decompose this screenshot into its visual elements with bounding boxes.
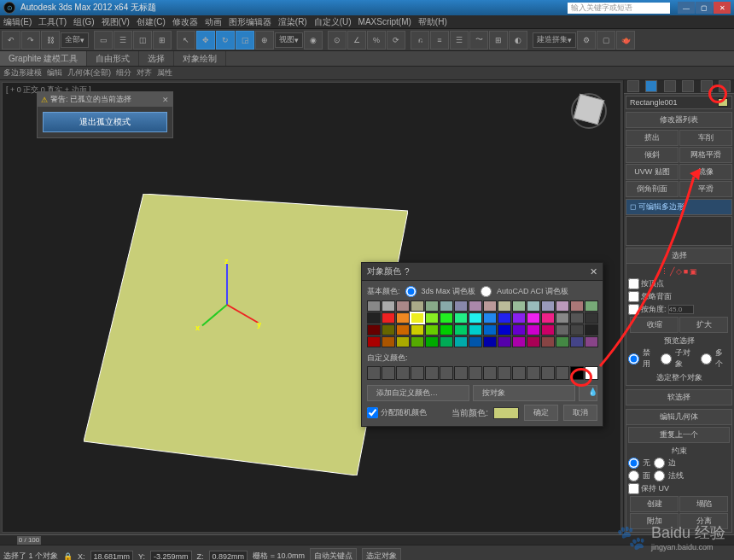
- color-swatch[interactable]: [469, 324, 482, 335]
- color-swatch[interactable]: [411, 300, 424, 312]
- isolation-close-icon[interactable]: ✕: [162, 96, 169, 104]
- ref-coord-button[interactable]: ⊕: [255, 31, 274, 50]
- color-swatch[interactable]: [512, 324, 526, 335]
- color-swatch[interactable]: [498, 300, 511, 312]
- mod-lathe[interactable]: 车削: [679, 130, 732, 146]
- mod-meshsmooth[interactable]: 网格平滑: [679, 147, 732, 163]
- color-swatch[interactable]: [382, 324, 395, 335]
- color-swatch[interactable]: [425, 312, 439, 324]
- color-swatch[interactable]: [527, 336, 540, 347]
- custom-color-swatch[interactable]: [469, 366, 482, 380]
- app-logo-icon[interactable]: ⊙: [3, 2, 15, 14]
- panel-geometry[interactable]: 几何体(全部): [67, 67, 111, 79]
- color-swatch[interactable]: [425, 300, 439, 312]
- color-swatch[interactable]: [382, 312, 395, 324]
- menu-modifiers[interactable]: 修改器: [172, 16, 198, 28]
- eyedropper-button[interactable]: 💧: [579, 385, 597, 401]
- schematic-button[interactable]: ⊞: [489, 31, 508, 50]
- menu-animation[interactable]: 动画: [205, 16, 222, 28]
- color-swatch[interactable]: [527, 300, 540, 312]
- add-custom-color-button[interactable]: 添加自定义颜色…: [367, 385, 469, 401]
- color-swatch[interactable]: [527, 312, 540, 324]
- view-cube[interactable]: [568, 91, 610, 134]
- curve-editor-button[interactable]: 〜: [469, 31, 488, 50]
- selection-filter-dropdown[interactable]: 全部 ▾: [61, 32, 89, 48]
- undo-button[interactable]: ↶: [2, 31, 20, 50]
- menu-group[interactable]: 组(G): [73, 16, 94, 28]
- detach-button[interactable]: 分离: [679, 513, 728, 529]
- color-swatch[interactable]: [498, 336, 511, 347]
- ignore-backfacing-checkbox[interactable]: [628, 291, 639, 302]
- move-button[interactable]: ✥: [196, 31, 215, 50]
- by-object-button[interactable]: 按对象: [473, 385, 575, 401]
- color-swatch[interactable]: [498, 324, 511, 335]
- menu-create[interactable]: 创建(C): [137, 16, 166, 28]
- modify-tab-icon[interactable]: [645, 80, 657, 92]
- color-swatch[interactable]: [454, 300, 468, 312]
- color-swatch[interactable]: [498, 312, 511, 324]
- create-button[interactable]: 创建: [630, 496, 679, 512]
- color-swatch[interactable]: [454, 336, 468, 347]
- angle-snap-button[interactable]: ∠: [347, 31, 366, 50]
- mod-bevel[interactable]: 倾斜: [626, 147, 679, 163]
- soft-selection-header[interactable]: 软选择: [626, 389, 732, 405]
- color-swatch[interactable]: [411, 312, 424, 324]
- coord-system-dropdown[interactable]: 视图 ▾: [275, 32, 303, 48]
- autokey-button[interactable]: 自动关键点: [310, 548, 357, 560]
- menu-tools[interactable]: 工具(T): [38, 16, 67, 28]
- color-swatch[interactable]: [382, 300, 395, 312]
- mod-bevel-profile[interactable]: 倒角剖面: [626, 181, 679, 197]
- by-vertex-checkbox[interactable]: [628, 278, 639, 289]
- color-swatch[interactable]: [512, 336, 526, 347]
- constraint-face-radio[interactable]: [628, 470, 639, 481]
- y-coord-field[interactable]: -3.259mm: [150, 551, 192, 561]
- panel-subdiv[interactable]: 细分: [116, 67, 131, 79]
- panel-edit[interactable]: 编辑: [47, 67, 62, 79]
- dialog-close-icon[interactable]: ✕: [590, 266, 597, 277]
- x-coord-field[interactable]: 18.681mm: [90, 551, 134, 561]
- color-swatch[interactable]: [396, 312, 410, 324]
- color-swatch[interactable]: [570, 312, 584, 324]
- color-swatch[interactable]: [367, 324, 381, 335]
- tab-paint[interactable]: 对象绘制: [174, 51, 226, 66]
- constraint-none-radio[interactable]: [628, 458, 639, 469]
- random-color-checkbox[interactable]: [367, 407, 378, 418]
- color-swatch[interactable]: [396, 336, 410, 347]
- motion-tab-icon[interactable]: [682, 80, 694, 92]
- custom-color-swatch[interactable]: [498, 366, 511, 380]
- named-selection-dropdown[interactable]: 建造拼集 ▾: [533, 32, 576, 48]
- color-swatch[interactable]: [512, 300, 526, 312]
- custom-color-swatch[interactable]: [512, 366, 526, 380]
- repeat-last-button[interactable]: 重复上一个: [628, 427, 730, 443]
- color-swatch[interactable]: [556, 312, 569, 324]
- utilities-tab-icon[interactable]: [719, 80, 731, 92]
- pivot-button[interactable]: ◉: [304, 31, 323, 50]
- selection-rollout-header[interactable]: 选择: [626, 248, 732, 264]
- color-swatch[interactable]: [483, 312, 497, 324]
- current-color-swatch[interactable]: [493, 407, 519, 419]
- exit-isolation-button[interactable]: 退出孤立模式: [43, 112, 167, 132]
- color-swatch[interactable]: [440, 300, 453, 312]
- modifier-stack-body[interactable]: [626, 216, 732, 246]
- color-swatch[interactable]: [541, 300, 555, 312]
- color-swatch[interactable]: [425, 324, 439, 335]
- custom-color-swatch[interactable]: [483, 366, 497, 380]
- tab-freeform[interactable]: 自由形式: [87, 51, 139, 66]
- custom-color-swatch[interactable]: [440, 366, 453, 380]
- percent-snap-button[interactable]: %: [367, 31, 386, 50]
- render-setup-button[interactable]: ⚙: [577, 31, 596, 50]
- window-crossing-button[interactable]: ⊞: [153, 31, 172, 50]
- snap-button[interactable]: ⊙: [328, 31, 347, 50]
- selkey-button[interactable]: 选定对象: [362, 548, 401, 560]
- redo-button[interactable]: ↷: [21, 31, 40, 50]
- color-swatch[interactable]: [512, 312, 526, 324]
- close-button[interactable]: ✕: [714, 2, 731, 14]
- menu-maxscript[interactable]: MAXScript(M): [358, 17, 411, 26]
- cancel-button[interactable]: 取消: [563, 405, 597, 421]
- render-frame-button[interactable]: ▢: [597, 31, 615, 50]
- color-swatch[interactable]: [585, 300, 598, 312]
- color-swatch[interactable]: [382, 336, 395, 347]
- plane-object[interactable]: [84, 194, 408, 475]
- color-swatch[interactable]: [541, 312, 555, 324]
- material-button[interactable]: ◐: [509, 31, 527, 50]
